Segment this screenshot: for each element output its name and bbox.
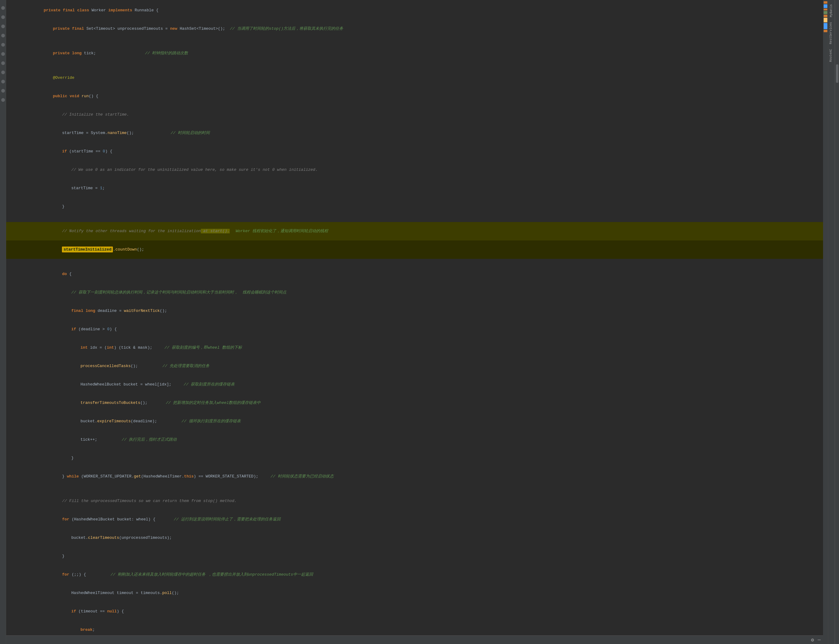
- left-sidebar: [0, 0, 6, 644]
- code-line: [6, 486, 823, 492]
- scroll-thumb[interactable]: [836, 64, 838, 83]
- line-code: }: [21, 547, 823, 565]
- keyword: for: [62, 517, 71, 522]
- plain: }: [62, 474, 67, 479]
- code-line: // Fill the unprocessedTimeouts so we ca…: [6, 492, 823, 510]
- scrollbar[interactable]: [835, 0, 839, 644]
- plain: }: [62, 554, 64, 559]
- left-icon-7[interactable]: [1, 61, 5, 65]
- number: 1: [100, 186, 102, 191]
- right-panel-mybatis[interactable]: MyBatis 源码: [828, 0, 835, 20]
- keyword: int: [80, 345, 90, 350]
- line-code: if (startTime == 0) {: [21, 142, 823, 161]
- line-code: // Initialize the startTime.: [21, 105, 823, 124]
- right-panel-route[interactable]: RouteAC: [828, 47, 835, 64]
- keyword: private final class: [44, 8, 91, 13]
- keyword: break: [80, 628, 92, 632]
- color-minimap: [823, 0, 828, 644]
- plain: {: [69, 272, 72, 276]
- plain: ) (: [114, 345, 121, 350]
- left-icon-6[interactable]: [1, 52, 5, 56]
- keyword: for: [62, 572, 71, 577]
- left-icon-8[interactable]: [1, 71, 5, 74]
- line-code: for (;;) {// 刚刚加入还未来得及放入时间轮缓存中的超时任务 ，也需要…: [21, 565, 823, 584]
- variable: startTime: [72, 149, 93, 154]
- line-code: bucket.clearTimeouts(unprocessedTimeouts…: [21, 529, 823, 547]
- code-line: bucket.expireTimeouts(deadline);// 循环执行刻…: [6, 412, 823, 430]
- left-icon-9[interactable]: [1, 80, 5, 84]
- line-code: final long deadline = waitForNextTick();: [21, 302, 823, 320]
- minimap-segment: [824, 23, 828, 29]
- left-icon-1[interactable]: [1, 6, 5, 10]
- code-line: startTime = System.nanoTime();// 时间轮启动的时…: [6, 124, 823, 142]
- line-code: [21, 259, 823, 265]
- comment: // 时钟指针的跳动次数: [145, 51, 188, 56]
- settings-icon[interactable]: ⚙: [811, 637, 814, 643]
- line-code: // 获取下一刻度时间轮总体的执行时间，记录这个时间与时间轮启动时间和大于当前时…: [21, 283, 823, 302]
- classname: HashSet: [180, 26, 197, 31]
- code-line: }: [6, 449, 823, 467]
- plain: >: [113, 26, 117, 31]
- line-code: startTime = System.nanoTime();// 时间轮启动的时…: [21, 124, 823, 142]
- classname: HashedWheelTimeout: [71, 591, 117, 595]
- plain: =: [138, 382, 145, 387]
- minus-icon[interactable]: —: [818, 637, 821, 643]
- classname: Set: [87, 26, 94, 31]
- minimap-segment: [824, 4, 828, 8]
- variable: deadline: [81, 327, 100, 332]
- left-icon-10[interactable]: [1, 89, 5, 93]
- classname: Timeout: [199, 26, 215, 31]
- plain: ) ==: [194, 474, 206, 479]
- right-panel-rest[interactable]: RestServices: [828, 20, 835, 47]
- plain: ;: [102, 186, 105, 191]
- function: transferTimeoutsToBuckets: [80, 401, 140, 405]
- line-code: [21, 38, 823, 44]
- plain: );: [254, 474, 258, 479]
- line-code: processCancelledTasks();// 先处理需要取消的任务: [21, 357, 823, 375]
- plain: (: [69, 149, 72, 154]
- plain: .: [85, 536, 88, 540]
- code-line: // Initialize the startTime.: [6, 105, 823, 124]
- variable: wheel: [145, 382, 157, 387]
- code-line: [6, 38, 823, 44]
- plain: ;: [92, 628, 95, 632]
- keyword: implements: [108, 8, 135, 13]
- plain: {: [156, 8, 159, 13]
- function: nanoTime: [108, 131, 126, 135]
- code-line: // We use 0 as an indicator for the unin…: [6, 161, 823, 179]
- code-line: }: [6, 547, 823, 565]
- variable: deadline: [133, 419, 152, 424]
- left-icon-4[interactable]: [1, 34, 5, 38]
- variable: startTime: [62, 131, 84, 135]
- left-icon-2[interactable]: [1, 15, 5, 19]
- keyword: this: [184, 474, 194, 479]
- comment: // Fill the unprocessedTimeouts so we ca…: [62, 499, 237, 503]
- left-icon-11[interactable]: [1, 98, 5, 102]
- code-line: if (timeout == null) {: [6, 602, 823, 621]
- plain: ==: [97, 609, 107, 614]
- code-line: public void run() {: [6, 87, 823, 105]
- plain: );: [153, 419, 157, 424]
- code-line-boxed: startTimeInitialized.countDown();: [6, 240, 823, 259]
- code-line: @Override: [6, 69, 823, 87]
- variable: wheel: [136, 517, 148, 522]
- variable: tick: [121, 345, 131, 350]
- plain: (: [131, 419, 133, 424]
- plain: .: [95, 419, 97, 424]
- left-icon-5[interactable]: [1, 43, 5, 47]
- annotation: @Override: [53, 76, 74, 80]
- code-line: for (;;) {// 刚刚加入还未来得及放入时间轮缓存中的超时任务 ，也需要…: [6, 565, 823, 584]
- line-code: // We use 0 as an indicator for the unin…: [21, 161, 823, 179]
- comment: // 获取刻度所在的缓存链表: [184, 382, 235, 387]
- line-code: bucket.expireTimeouts(deadline);// 循环执行刻…: [21, 412, 823, 430]
- code-line: startTime = 1;: [6, 179, 823, 197]
- line-code: private long tick;// 时钟指针的跳动次数: [21, 44, 823, 62]
- line-code: for (HashedWheelBucket bucket: wheel) {/…: [21, 510, 823, 529]
- variable: timeout: [117, 591, 134, 595]
- comment: // 循环执行刻度所在的缓存链表: [182, 419, 240, 424]
- variable: unprocessedTimeouts: [117, 26, 163, 31]
- line-code: HashedWheelBucket bucket = wheel[idx];//…: [21, 375, 823, 394]
- line-code: // Fill the unprocessedTimeouts so we ca…: [21, 492, 823, 510]
- function: run: [82, 94, 89, 99]
- left-icon-3[interactable]: [1, 25, 5, 28]
